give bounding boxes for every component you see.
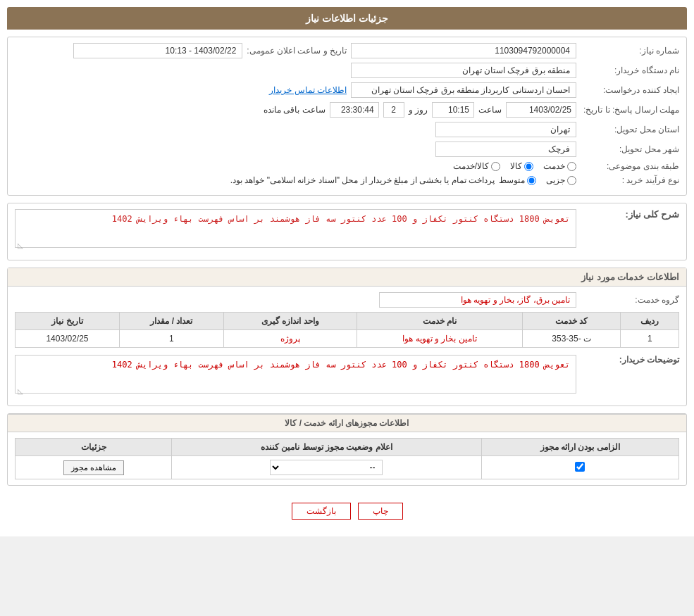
creator-label: ایجاد کننده درخواست:	[581, 85, 679, 95]
permits-section-title: اطلاعات مجوزهای ارائه خدمت / کالا	[8, 414, 686, 432]
time-label: ساعت	[478, 105, 502, 115]
permit-table-row: -- مشاهده مجوز	[16, 456, 679, 479]
need-description-label: شرح کلی نیاز:	[581, 209, 679, 220]
services-table: ردیف کد خدمت نام خدمت واحد اندازه گیری ت…	[15, 312, 679, 348]
need-description-text[interactable]	[15, 209, 576, 248]
cell-unit: پروژه	[223, 330, 357, 348]
buyer-description-text[interactable]	[15, 355, 576, 394]
col-permit-status: اعلام وضعیت مجوز توسط نامین کننده	[172, 439, 481, 456]
category-goods-label: کالا	[510, 161, 522, 171]
col-service-name: نام خدمت	[357, 313, 523, 330]
category-radio-both[interactable]	[491, 162, 500, 171]
buyer-description-label: توضیحات خریدار:	[581, 355, 679, 365]
cell-permit-required	[481, 456, 678, 479]
cell-permit-details: مشاهده مجوز	[16, 456, 172, 479]
process-label: نوع فرآیند خرید :	[581, 175, 679, 185]
process-radio-group: جزیی متوسط	[499, 175, 576, 185]
col-permit-required: الزامی بودن ارائه مجوز	[481, 439, 678, 456]
deadline-label: مهلت ارسال پاسخ: تا تاریخ:	[581, 105, 679, 115]
cell-service-name: تامین بخار و تهویه هوا	[357, 330, 523, 348]
col-row-num: ردیف	[621, 313, 679, 330]
permits-table: الزامی بودن ارائه مجوز اعلام وضعیت مجوز …	[15, 438, 679, 479]
contact-link[interactable]: اطلاعات تماس خریدار	[269, 85, 347, 95]
services-section-title: اطلاعات خدمات مورد نیاز	[8, 268, 686, 287]
process-notice: پرداخت تمام یا بخشی از مبلغ خریدار از مح…	[230, 175, 495, 185]
cell-qty: 1	[119, 330, 223, 348]
cell-permit-status: --	[172, 456, 481, 479]
process-radio-medium[interactable]	[527, 176, 536, 185]
service-group-value: تامین برق، گاز، بخار و تهویه هوا	[379, 292, 576, 308]
city-value: فرچک	[435, 142, 576, 157]
service-group-label: گروه خدمت:	[581, 295, 679, 305]
cell-service-code: ت -35-353	[522, 330, 621, 348]
deadline-days-value: 2	[383, 102, 404, 118]
pub-date-value: 1403/02/22 - 10:13	[73, 43, 242, 58]
category-radio-group: خدمت کالا کالا/خدمت	[453, 161, 576, 171]
pub-date-label: تاریخ و ساعت اعلان عمومی:	[247, 46, 347, 56]
col-service-code: کد خدمت	[522, 313, 621, 330]
print-button[interactable]: چاپ	[358, 503, 403, 520]
province-value: تهران	[435, 122, 576, 137]
col-date: تاریخ نیاز	[16, 313, 120, 330]
process-radio-partial[interactable]	[567, 176, 576, 185]
remaining-label: ساعت باقی مانده	[264, 105, 326, 115]
need-number-value: 1103094792000004	[351, 43, 576, 58]
days-label: روز و	[409, 105, 428, 115]
deadline-clock-value: 23:30:44	[330, 102, 379, 118]
category-service-label: خدمت	[543, 161, 565, 171]
buyer-desc-resize-icon: ◺	[16, 387, 23, 394]
permit-status-select[interactable]: --	[270, 460, 383, 475]
category-radio-service[interactable]	[567, 162, 576, 171]
deadline-time-value: 10:15	[432, 102, 474, 118]
category-label: طبقه بندی موضوعی:	[581, 161, 679, 171]
footer-buttons: چاپ بازگشت	[7, 493, 687, 529]
col-qty: تعداد / مقدار	[119, 313, 223, 330]
process-partial-label: جزیی	[546, 175, 565, 185]
buyer-org-value: منطقه برق فرچک استان تهران	[351, 63, 576, 78]
creator-value: احسان اردستانی کاربرداز منطقه برق فرچک ا…	[351, 82, 576, 98]
page-title: جزئیات اطلاعات نیاز	[7, 7, 687, 30]
back-button[interactable]: بازگشت	[292, 503, 351, 520]
table-row: 1 ت -35-353 تامین بخار و تهویه هوا پروژه…	[16, 330, 679, 348]
view-permit-button[interactable]: مشاهده مجوز	[63, 460, 124, 475]
col-unit: واحد اندازه گیری	[223, 313, 357, 330]
deadline-date-value: 1403/02/25	[506, 102, 576, 118]
resize-handle-icon: ◺	[16, 241, 23, 249]
province-label: استان محل تحویل:	[581, 125, 679, 134]
col-permit-details: جزئیات	[16, 439, 172, 456]
category-both-label: کالا/خدمت	[453, 161, 489, 171]
category-radio-goods[interactable]	[524, 162, 533, 171]
buyer-org-label: نام دستگاه خریدار:	[581, 65, 679, 75]
process-medium-label: متوسط	[499, 175, 525, 185]
cell-row-num: 1	[621, 330, 679, 348]
city-label: شهر محل تحویل:	[581, 144, 679, 154]
need-number-label: شماره نیاز:	[581, 46, 679, 56]
permit-required-checkbox[interactable]	[575, 462, 585, 472]
cell-date: 1403/02/25	[16, 330, 120, 348]
